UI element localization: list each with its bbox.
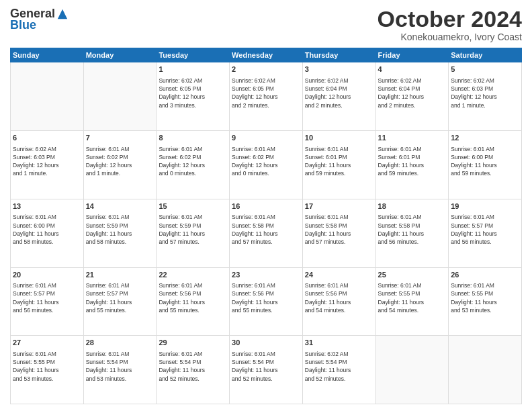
day-info: Sunrise: 6:01 AM Sunset: 5:54 PM Dayligh… [232, 350, 300, 383]
calendar-cell: 13Sunrise: 6:01 AM Sunset: 6:00 PM Dayli… [11, 199, 84, 267]
day-number: 14 [86, 201, 154, 212]
day-number: 8 [159, 133, 227, 143]
calendar-cell: 25Sunrise: 6:01 AM Sunset: 5:55 PM Dayli… [375, 267, 449, 336]
calendar-week-row: 27Sunrise: 6:01 AM Sunset: 5:55 PM Dayli… [11, 336, 522, 404]
calendar-week-row: 13Sunrise: 6:01 AM Sunset: 6:00 PM Dayli… [11, 199, 522, 267]
day-number: 6 [13, 133, 81, 143]
calendar-week-row: 20Sunrise: 6:01 AM Sunset: 5:57 PM Dayli… [11, 267, 522, 336]
day-info: Sunrise: 6:01 AM Sunset: 5:59 PM Dayligh… [159, 213, 227, 246]
calendar-cell: 27Sunrise: 6:01 AM Sunset: 5:55 PM Dayli… [11, 336, 84, 404]
calendar-cell: 12Sunrise: 6:01 AM Sunset: 6:00 PM Dayli… [449, 131, 522, 199]
day-info: Sunrise: 6:02 AM Sunset: 6:04 PM Dayligh… [305, 77, 373, 109]
calendar-cell [11, 62, 84, 131]
calendar-cell: 9Sunrise: 6:01 AM Sunset: 6:02 PM Daylig… [230, 131, 303, 199]
day-info: Sunrise: 6:02 AM Sunset: 6:04 PM Dayligh… [378, 77, 447, 109]
day-number: 26 [451, 270, 519, 280]
day-info: Sunrise: 6:01 AM Sunset: 5:54 PM Dayligh… [159, 350, 227, 383]
day-number: 24 [305, 270, 373, 280]
day-number: 19 [451, 201, 519, 212]
calendar-cell: 26Sunrise: 6:01 AM Sunset: 5:55 PM Dayli… [449, 267, 522, 336]
day-number: 21 [86, 270, 154, 280]
day-number: 7 [86, 133, 154, 143]
day-info: Sunrise: 6:01 AM Sunset: 6:02 PM Dayligh… [232, 145, 300, 178]
day-number: 4 [378, 64, 447, 75]
weekday-header: Wednesday [230, 48, 303, 62]
day-number: 16 [232, 201, 300, 212]
day-info: Sunrise: 6:01 AM Sunset: 5:54 PM Dayligh… [86, 350, 154, 383]
day-info: Sunrise: 6:01 AM Sunset: 5:56 PM Dayligh… [232, 281, 300, 314]
day-info: Sunrise: 6:01 AM Sunset: 5:58 PM Dayligh… [232, 213, 300, 246]
calendar-cell: 21Sunrise: 6:01 AM Sunset: 5:57 PM Dayli… [83, 267, 157, 336]
calendar-cell: 17Sunrise: 6:01 AM Sunset: 5:58 PM Dayli… [302, 199, 375, 267]
location: Konekouamekro, Ivory Coast [378, 32, 522, 42]
page: General Blue October 2024 Konekouamekro,… [0, 0, 532, 411]
calendar-week-row: 6Sunrise: 6:02 AM Sunset: 6:03 PM Daylig… [11, 131, 522, 199]
day-info: Sunrise: 6:01 AM Sunset: 5:58 PM Dayligh… [378, 213, 447, 246]
day-info: Sunrise: 6:02 AM Sunset: 5:54 PM Dayligh… [305, 350, 373, 383]
day-info: Sunrise: 6:01 AM Sunset: 6:02 PM Dayligh… [159, 145, 227, 178]
calendar-cell: 16Sunrise: 6:01 AM Sunset: 5:58 PM Dayli… [230, 199, 303, 267]
svg-marker-0 [58, 9, 67, 18]
calendar-cell: 28Sunrise: 6:01 AM Sunset: 5:54 PM Dayli… [83, 336, 157, 404]
calendar: SundayMondayTuesdayWednesdayThursdayFrid… [10, 48, 522, 404]
day-number: 22 [159, 270, 227, 280]
calendar-cell: 29Sunrise: 6:01 AM Sunset: 5:54 PM Dayli… [157, 336, 230, 404]
calendar-cell: 23Sunrise: 6:01 AM Sunset: 5:56 PM Dayli… [230, 267, 303, 336]
calendar-cell: 5Sunrise: 6:02 AM Sunset: 6:03 PM Daylig… [449, 62, 522, 131]
day-info: Sunrise: 6:01 AM Sunset: 5:55 PM Dayligh… [378, 281, 447, 314]
day-number: 17 [305, 201, 373, 212]
day-number: 13 [13, 201, 81, 212]
calendar-cell: 2Sunrise: 6:02 AM Sunset: 6:05 PM Daylig… [230, 62, 303, 131]
day-number: 15 [159, 201, 227, 212]
calendar-cell: 20Sunrise: 6:01 AM Sunset: 5:57 PM Dayli… [11, 267, 84, 336]
logo-blue-text: Blue [10, 18, 36, 32]
day-info: Sunrise: 6:02 AM Sunset: 6:03 PM Dayligh… [13, 145, 81, 178]
day-number: 1 [159, 64, 227, 75]
day-info: Sunrise: 6:01 AM Sunset: 5:55 PM Dayligh… [451, 281, 519, 314]
day-number: 23 [232, 270, 300, 280]
day-info: Sunrise: 6:01 AM Sunset: 6:00 PM Dayligh… [451, 145, 519, 178]
day-number: 27 [13, 338, 81, 348]
weekday-header: Saturday [449, 48, 522, 62]
day-number: 31 [305, 338, 373, 348]
day-info: Sunrise: 6:01 AM Sunset: 5:57 PM Dayligh… [451, 213, 519, 246]
calendar-cell: 19Sunrise: 6:01 AM Sunset: 5:57 PM Dayli… [449, 199, 522, 267]
day-number: 10 [305, 133, 373, 143]
calendar-cell [375, 336, 449, 404]
calendar-cell: 11Sunrise: 6:01 AM Sunset: 6:01 PM Dayli… [375, 131, 449, 199]
day-number: 9 [232, 133, 300, 143]
day-info: Sunrise: 6:01 AM Sunset: 5:57 PM Dayligh… [86, 281, 154, 314]
calendar-header-row: SundayMondayTuesdayWednesdayThursdayFrid… [11, 48, 522, 62]
calendar-cell: 31Sunrise: 6:02 AM Sunset: 5:54 PM Dayli… [302, 336, 375, 404]
day-info: Sunrise: 6:02 AM Sunset: 6:05 PM Dayligh… [232, 77, 300, 109]
day-number: 28 [86, 338, 154, 348]
logo-icon [56, 8, 69, 20]
day-info: Sunrise: 6:01 AM Sunset: 5:58 PM Dayligh… [305, 213, 373, 246]
day-number: 18 [378, 201, 447, 212]
day-info: Sunrise: 6:01 AM Sunset: 5:56 PM Dayligh… [305, 281, 373, 314]
calendar-week-row: 1Sunrise: 6:02 AM Sunset: 6:05 PM Daylig… [11, 62, 522, 131]
weekday-header: Monday [83, 48, 157, 62]
weekday-header: Thursday [302, 48, 375, 62]
calendar-cell: 8Sunrise: 6:01 AM Sunset: 6:02 PM Daylig… [157, 131, 230, 199]
day-number: 20 [13, 270, 81, 280]
calendar-cell: 14Sunrise: 6:01 AM Sunset: 5:59 PM Dayli… [83, 199, 157, 267]
title-area: October 2024 Konekouamekro, Ivory Coast [378, 7, 522, 42]
day-number: 12 [451, 133, 519, 143]
day-info: Sunrise: 6:01 AM Sunset: 5:57 PM Dayligh… [13, 281, 81, 314]
calendar-cell: 4Sunrise: 6:02 AM Sunset: 6:04 PM Daylig… [375, 62, 449, 131]
calendar-cell: 10Sunrise: 6:01 AM Sunset: 6:01 PM Dayli… [302, 131, 375, 199]
calendar-cell: 3Sunrise: 6:02 AM Sunset: 6:04 PM Daylig… [302, 62, 375, 131]
calendar-cell: 18Sunrise: 6:01 AM Sunset: 5:58 PM Dayli… [375, 199, 449, 267]
day-number: 25 [378, 270, 447, 280]
calendar-cell: 6Sunrise: 6:02 AM Sunset: 6:03 PM Daylig… [11, 131, 84, 199]
weekday-header: Tuesday [157, 48, 230, 62]
calendar-cell [449, 336, 522, 404]
weekday-header: Sunday [11, 48, 84, 62]
day-number: 29 [159, 338, 227, 348]
day-info: Sunrise: 6:01 AM Sunset: 5:59 PM Dayligh… [86, 213, 154, 246]
header: General Blue October 2024 Konekouamekro,… [10, 7, 522, 42]
day-info: Sunrise: 6:01 AM Sunset: 5:55 PM Dayligh… [13, 350, 81, 383]
day-info: Sunrise: 6:01 AM Sunset: 6:01 PM Dayligh… [378, 145, 447, 178]
day-number: 5 [451, 64, 519, 75]
